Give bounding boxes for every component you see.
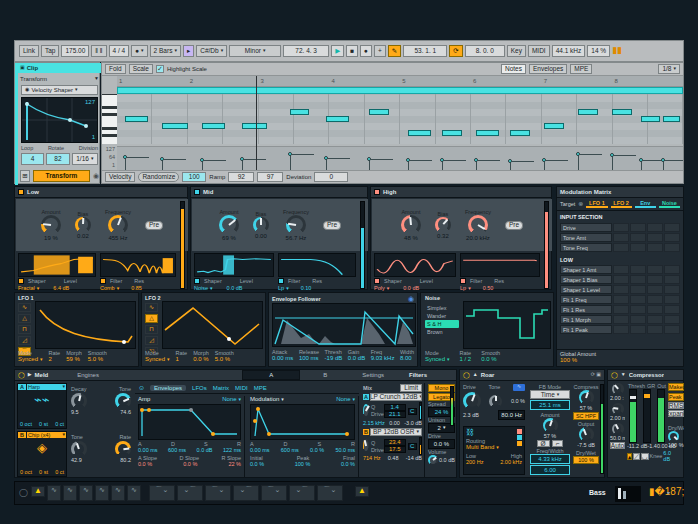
engine-b-oct[interactable]: 0 oct bbox=[20, 469, 32, 475]
velocity-lane-selector[interactable]: Velocity bbox=[105, 172, 135, 182]
loop-length-field[interactable]: 8. 0. 0 bbox=[465, 45, 505, 57]
noise-display[interactable] bbox=[463, 301, 551, 349]
matrix-cell[interactable] bbox=[630, 325, 646, 334]
band-high-indicator[interactable] bbox=[517, 429, 522, 434]
mod-sustain[interactable]: 0.0 % bbox=[310, 447, 324, 453]
meld-tab-a[interactable]: A bbox=[242, 370, 300, 381]
filter-b-pan[interactable]: C bbox=[408, 443, 417, 450]
roar-drive-knob[interactable] bbox=[463, 392, 481, 410]
fb-mode-menu[interactable]: Time bbox=[530, 390, 570, 399]
velocity-marker[interactable] bbox=[442, 160, 443, 170]
noise-option-simplex[interactable]: Simplex bbox=[425, 304, 459, 312]
collapse-icon[interactable]: ▲ bbox=[473, 372, 478, 378]
frequency-knob[interactable] bbox=[286, 215, 306, 235]
roar-tone-freq[interactable]: 80.0 Hz bbox=[498, 410, 525, 420]
midi-note[interactable] bbox=[476, 130, 499, 136]
matrix-cell[interactable] bbox=[647, 295, 663, 304]
matrix-cell[interactable] bbox=[647, 305, 663, 314]
tone-curve-icon[interactable]: ∿ bbox=[513, 384, 525, 391]
gain-value[interactable]: 0.0 dB bbox=[348, 355, 365, 362]
noise-option-brown[interactable]: Brown bbox=[425, 328, 459, 336]
release-value[interactable]: 100 ms bbox=[299, 355, 319, 362]
roar-drive-value[interactable]: 2.3 dB bbox=[463, 412, 479, 418]
attack-value[interactable]: 2.00 ms bbox=[610, 415, 625, 421]
engine-b-knob1-value[interactable]: 42.9 bbox=[71, 457, 82, 463]
subtab-midi[interactable]: MIDI bbox=[235, 385, 248, 392]
xover-high-value[interactable]: 2.00 kHz bbox=[500, 459, 522, 465]
device-activator[interactable]: ◯ bbox=[463, 372, 470, 379]
filter-enable-checkbox[interactable] bbox=[100, 278, 106, 284]
width-value[interactable]: 8.00 bbox=[400, 355, 414, 362]
midi-note[interactable] bbox=[641, 116, 661, 122]
sidechain-icon[interactable]: ◉ bbox=[408, 295, 414, 303]
transform-apply-button[interactable]: Transform bbox=[33, 170, 90, 182]
filter-res-value[interactable]: 0.50 bbox=[483, 285, 494, 291]
filter-display[interactable] bbox=[278, 253, 356, 277]
filter-b-type-menu[interactable]: BP 12dB OSR bbox=[370, 428, 422, 436]
matrix-cell[interactable] bbox=[613, 325, 629, 334]
filter-a-level-value[interactable]: -3.0 dB bbox=[404, 420, 422, 426]
matrix-cell[interactable] bbox=[647, 223, 663, 232]
ratio-value[interactable]: 2.00 : 1 bbox=[610, 395, 625, 401]
device-thumbnails-b[interactable]: ⌒⌄ ⌄⌒ ⌒⌄ ⌄⌒ ⌒⌄ ⌄⌒ ⌒⌄ bbox=[149, 485, 343, 501]
matrix-cell[interactable] bbox=[647, 265, 663, 274]
phase-invert-button[interactable]: Ø bbox=[537, 440, 550, 447]
peak-value[interactable]: 100 % bbox=[295, 461, 311, 467]
frequency-value[interactable]: 20.0 kHz bbox=[465, 235, 491, 242]
tab-notes[interactable]: Notes bbox=[501, 64, 526, 74]
rms-mode-button[interactable]: RMS bbox=[668, 402, 684, 409]
fb-time-value[interactable]: 25.1 ms bbox=[530, 400, 570, 410]
fb-shape-button[interactable]: ⌐ bbox=[552, 440, 564, 447]
engine-b-rate-knob[interactable] bbox=[115, 441, 131, 457]
matrix-cell[interactable] bbox=[664, 243, 680, 252]
matrix-source-lfo1[interactable]: LFO 1 bbox=[586, 200, 607, 208]
filter-display[interactable] bbox=[100, 253, 176, 277]
matrix-source-env[interactable]: Env bbox=[635, 200, 656, 208]
shaper-level-value[interactable]: 6.4 dB bbox=[53, 285, 69, 291]
key-map-button[interactable]: Key bbox=[507, 45, 526, 57]
d-slope-value[interactable]: 0.0 % bbox=[183, 461, 197, 467]
comp-drywet-value[interactable]: 100 % bbox=[668, 442, 684, 448]
matrix-cell[interactable] bbox=[613, 233, 629, 242]
shaper-enable-checkbox[interactable] bbox=[18, 278, 24, 284]
mod-decay[interactable]: 600 ms bbox=[281, 447, 299, 453]
matrix-cell[interactable] bbox=[664, 295, 680, 304]
volume-knob[interactable] bbox=[428, 455, 438, 465]
matrix-cell[interactable] bbox=[613, 265, 629, 274]
velocity-marker[interactable] bbox=[663, 160, 664, 170]
env-link-icon[interactable]: ⊙ bbox=[139, 385, 144, 392]
fb-amount-value[interactable]: 57 % bbox=[530, 433, 570, 439]
rotate-field[interactable]: 82 bbox=[46, 153, 69, 165]
beat-ruler[interactable]: 12345678 bbox=[117, 76, 683, 87]
midi-note[interactable] bbox=[162, 123, 187, 129]
pre-button[interactable]: Pre bbox=[505, 221, 523, 230]
matrix-cell[interactable] bbox=[664, 275, 680, 284]
amp-decay[interactable]: 600 ms bbox=[168, 447, 186, 453]
deviation-field[interactable]: 0 bbox=[314, 172, 348, 182]
scale-name-menu[interactable]: Minor bbox=[229, 45, 281, 57]
filter-b-drive[interactable]: 17.5 bbox=[384, 446, 406, 453]
matrix-cell[interactable] bbox=[647, 315, 663, 324]
matrix-cell[interactable] bbox=[630, 265, 646, 274]
filter-display[interactable] bbox=[460, 253, 540, 277]
clear-target-icon[interactable]: ⊗ bbox=[578, 201, 583, 208]
matrix-cell[interactable] bbox=[613, 295, 629, 304]
matrix-source-lfo2[interactable]: LFO 2 bbox=[611, 200, 632, 208]
quantize-menu[interactable]: 2 Bars bbox=[150, 45, 181, 57]
lfo1-rate-value[interactable]: 2 bbox=[49, 356, 61, 363]
amount-knob[interactable] bbox=[219, 215, 239, 235]
makeup-button[interactable]: Makeup bbox=[668, 383, 684, 391]
mod-envelope-graph[interactable] bbox=[250, 404, 355, 440]
peak-mode-button[interactable]: Peak bbox=[668, 393, 684, 401]
filter-b-tone-value[interactable]: 0.48 bbox=[388, 455, 399, 461]
routing-menu[interactable]: Multi Band bbox=[466, 444, 522, 451]
filter-a-drive[interactable]: 21.1 bbox=[384, 411, 406, 418]
shaper-display[interactable] bbox=[194, 253, 274, 277]
bias-knob[interactable] bbox=[75, 217, 91, 233]
arrangement-position[interactable]: 72. 4. 3 bbox=[283, 45, 329, 57]
velocity-marker[interactable] bbox=[162, 159, 163, 170]
fb-width-value[interactable]: 6.00 bbox=[530, 465, 570, 475]
device-thumbnails-a[interactable]: ∿ ∿ ∿ ∿ ∿ ∿ bbox=[47, 485, 141, 501]
tap-tempo-button[interactable]: Tap bbox=[41, 45, 59, 57]
roar-tone-knob[interactable] bbox=[489, 395, 502, 408]
